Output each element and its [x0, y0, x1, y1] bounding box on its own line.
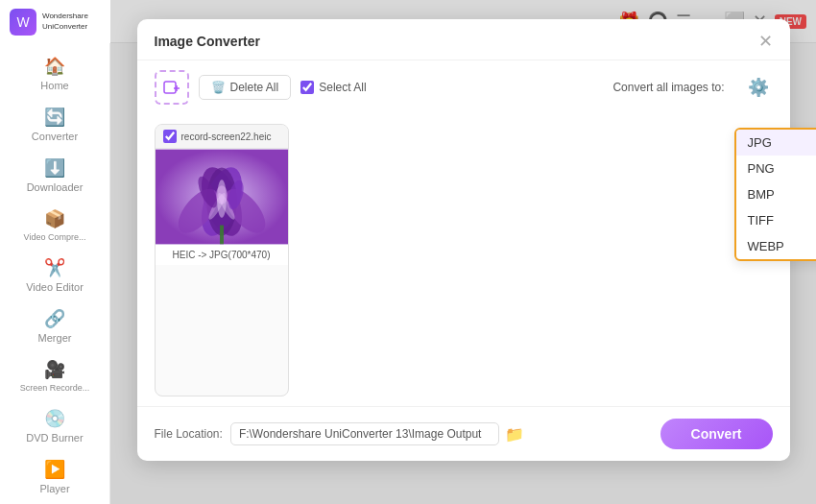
sidebar-label-dvd-burner: DVD Burner: [26, 432, 83, 444]
delete-all-button[interactable]: 🗑️ Delete All: [199, 75, 292, 100]
image-grid: record-screen22.heic: [137, 114, 790, 406]
format-option-png[interactable]: PNG: [736, 156, 817, 181]
app-logo: W Wondershare UniConverter: [0, 0, 110, 43]
format-option-jpg[interactable]: JPG: [736, 130, 817, 156]
modal-title: Image Converter: [155, 34, 260, 49]
sidebar-label-merger: Merger: [38, 332, 72, 344]
sidebar-label-player: Player: [39, 483, 69, 494]
main-content: 🎁 🎧 ☰ — ⬜ ✕ NEW Image Converter ✕: [110, 0, 816, 504]
sidebar-label-downloader: Downloader: [27, 181, 84, 193]
sidebar-item-converter[interactable]: 🔄 Converter: [0, 99, 109, 150]
trash-icon: 🗑️: [211, 81, 226, 94]
svg-rect-0: [164, 82, 176, 93]
logo-text: Wondershare UniConverter: [42, 12, 88, 32]
sidebar-item-player[interactable]: ▶️ Player: [0, 451, 109, 502]
merger-icon: 🔗: [44, 308, 65, 329]
format-option-webp[interactable]: WEBP: [736, 233, 817, 259]
downloader-icon: ⬇️: [44, 157, 65, 179]
converter-icon: 🔄: [44, 107, 65, 128]
convert-button[interactable]: Convert: [660, 419, 773, 449]
delete-all-label: Delete All: [230, 81, 279, 94]
add-file-button[interactable]: [155, 70, 189, 105]
modal-header: Image Converter ✕: [137, 19, 790, 60]
sidebar-item-merger[interactable]: 🔗 Merger: [0, 300, 109, 351]
format-dropdown-list: JPG PNG BMP TIFF WEBP: [734, 128, 817, 261]
dvd-burner-icon: 💿: [44, 408, 65, 429]
video-compress-icon: 📦: [44, 208, 65, 229]
image-converter-modal: Image Converter ✕ 🗑️ Delete All: [137, 19, 790, 461]
home-icon: 🏠: [44, 56, 65, 77]
sidebar-label-video-editor: Video Editor: [26, 281, 84, 293]
select-all-button[interactable]: Select All: [300, 81, 366, 94]
image-card-checkbox[interactable]: [163, 130, 177, 143]
image-card-filename: record-screen22.heic: [181, 132, 280, 142]
sidebar-item-video-editor[interactable]: ✂️ Video Editor: [0, 250, 109, 300]
open-folder-button[interactable]: 📁: [505, 425, 524, 444]
sidebar-label-screen-recorder: Screen Recorde...: [20, 383, 90, 393]
modal-close-button[interactable]: ✕: [758, 33, 773, 50]
settings-icon-btn[interactable]: ⚙️: [744, 73, 773, 102]
modal-overlay: Image Converter ✕ 🗑️ Delete All: [110, 0, 816, 504]
flower-illustration: [156, 149, 288, 245]
sidebar-item-dvd-burner[interactable]: 💿 DVD Burner: [0, 400, 109, 451]
sidebar-item-screen-recorder[interactable]: 🎥 Screen Recorde...: [0, 351, 109, 400]
file-path-input[interactable]: [230, 422, 499, 445]
screen-recorder-icon: 🎥: [44, 359, 65, 380]
file-location-label: File Location:: [155, 427, 223, 441]
player-icon: ▶️: [44, 459, 65, 480]
video-editor-icon: ✂️: [44, 257, 65, 278]
format-option-bmp[interactable]: BMP: [736, 181, 817, 207]
svg-rect-12: [220, 226, 224, 245]
convert-all-label: Convert all images to:: [612, 81, 724, 94]
sidebar-item-downloader[interactable]: ⬇️ Downloader: [0, 150, 109, 201]
format-option-tiff[interactable]: TIFF: [736, 207, 817, 233]
modal-footer: File Location: 📁 Convert: [137, 406, 790, 461]
select-all-label: Select All: [319, 81, 366, 94]
sidebar-label-video-compress: Video Compre...: [24, 232, 86, 242]
sidebar-label-home: Home: [40, 80, 68, 91]
svg-point-15: [216, 185, 228, 204]
image-card-header: record-screen22.heic: [156, 125, 288, 149]
select-all-checkbox[interactable]: [300, 81, 314, 94]
sidebar-label-converter: Converter: [32, 131, 78, 142]
image-card: record-screen22.heic: [155, 124, 289, 396]
sidebar-item-home[interactable]: 🏠 Home: [0, 48, 109, 99]
modal-toolbar: 🗑️ Delete All Select All Convert all ima…: [137, 60, 790, 114]
sidebar-item-video-compress[interactable]: 📦 Video Compre...: [0, 201, 109, 250]
image-preview: [156, 149, 288, 245]
sidebar: W Wondershare UniConverter 🏠 Home 🔄 Conv…: [0, 0, 110, 504]
logo-icon: W: [10, 9, 36, 36]
image-card-label: HEIC -> JPG(700*470): [156, 245, 288, 265]
